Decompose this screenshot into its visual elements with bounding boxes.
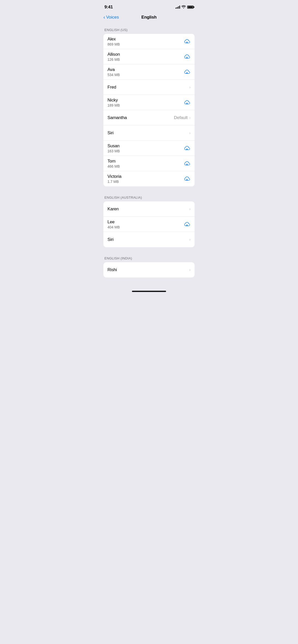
voice-name: Siri [107, 237, 114, 242]
nav-header: ‹ Voices English [99, 13, 199, 24]
back-button[interactable]: ‹ Voices [103, 14, 119, 20]
chevron-right-icon: › [189, 85, 191, 90]
voice-size: 163 MB [107, 149, 120, 153]
download-icon[interactable] [183, 221, 191, 228]
download-icon[interactable] [183, 38, 191, 45]
voice-name: Ava [107, 67, 120, 72]
content: ENGLISH (US) Alex 869 MB [99, 24, 199, 288]
voice-size: 126 MB [107, 57, 120, 62]
back-chevron-icon: ‹ [103, 14, 105, 20]
voice-info: Victoria 1.7 MB [107, 174, 121, 184]
voice-action: › [189, 131, 191, 135]
wifi-icon [182, 5, 186, 9]
download-icon[interactable] [183, 53, 191, 60]
list-item[interactable]: Tom 466 MB [103, 156, 195, 171]
chevron-right-icon: › [189, 131, 191, 135]
voice-info: Siri [107, 130, 114, 136]
voice-info: Karen [107, 207, 119, 212]
voice-action [183, 68, 191, 76]
list-item[interactable]: Nicky 189 MB [103, 95, 195, 110]
voice-size: 189 MB [107, 103, 120, 107]
battery-icon [187, 6, 194, 9]
list-item[interactable]: Siri › [103, 232, 195, 247]
list-item[interactable]: Samantha Default › [103, 110, 195, 125]
download-icon[interactable] [183, 99, 191, 106]
voice-action [183, 160, 191, 167]
list-item[interactable]: Ava 534 MB [103, 64, 195, 80]
status-time: 9:41 [104, 5, 113, 10]
download-icon[interactable] [183, 145, 191, 152]
voice-size: 534 MB [107, 73, 120, 77]
section-english-india: ENGLISH (INDIA) Rishi › [99, 252, 199, 277]
download-icon[interactable] [183, 160, 191, 167]
section-header-english-india: ENGLISH (INDIA) [99, 252, 199, 262]
chevron-right-icon: › [189, 207, 191, 211]
list-item[interactable]: Siri › [103, 125, 195, 141]
voice-name: Nicky [107, 98, 120, 103]
chevron-right-icon: › [189, 115, 191, 120]
list-item[interactable]: Karen › [103, 201, 195, 217]
voice-action: › [189, 268, 191, 272]
list-item[interactable]: Lee 404 MB [103, 217, 195, 232]
voice-name: Allison [107, 52, 120, 57]
list-item[interactable]: Victoria 1.7 MB [103, 171, 195, 186]
voice-name: Fred [107, 85, 116, 90]
voice-size: 466 MB [107, 164, 120, 168]
voice-size: 404 MB [107, 225, 120, 229]
section-english-australia: ENGLISH (AUSTRALIA) Karen › Lee 404 MB [99, 192, 199, 247]
voice-info: Rishi [107, 267, 117, 272]
voice-action: › [189, 207, 191, 211]
voice-action [183, 38, 191, 45]
voice-action: › [189, 237, 191, 242]
voice-name: Siri [107, 130, 114, 136]
chevron-right-icon: › [189, 237, 191, 242]
voice-name: Rishi [107, 267, 117, 272]
section-header-english-us: ENGLISH (US) [99, 24, 199, 34]
voice-action [183, 175, 191, 182]
list-group-english-us: Alex 869 MB Allison 126 MB [103, 34, 195, 186]
voice-action [183, 145, 191, 152]
status-icons [175, 5, 194, 9]
voice-info: Fred [107, 85, 116, 90]
voice-info: Lee 404 MB [107, 219, 120, 229]
voice-info: Nicky 189 MB [107, 98, 120, 107]
voice-info: Ava 534 MB [107, 67, 120, 77]
list-group-english-india: Rishi › [103, 262, 195, 277]
voice-info: Samantha [107, 115, 127, 120]
status-bar: 9:41 [99, 0, 199, 13]
voice-info: Susan 163 MB [107, 143, 120, 153]
list-item[interactable]: Rishi › [103, 262, 195, 277]
voice-info: Siri [107, 237, 114, 242]
download-icon[interactable] [183, 175, 191, 182]
list-item[interactable]: Alex 869 MB [103, 34, 195, 49]
voice-action [183, 99, 191, 106]
section-english-us: ENGLISH (US) Alex 869 MB [99, 24, 199, 186]
page-title: English [141, 15, 157, 20]
voice-info: Alex 869 MB [107, 37, 120, 46]
voice-name: Samantha [107, 115, 127, 120]
voice-size: 869 MB [107, 42, 120, 46]
voice-name: Alex [107, 37, 120, 42]
home-bar [132, 291, 166, 292]
voice-name: Karen [107, 207, 119, 212]
voice-name: Tom [107, 159, 120, 164]
list-item[interactable]: Susan 163 MB [103, 141, 195, 156]
voice-info: Allison 126 MB [107, 52, 120, 62]
back-label: Voices [106, 15, 119, 20]
home-indicator [99, 289, 199, 294]
voice-action: Default › [174, 115, 191, 120]
list-item[interactable]: Allison 126 MB [103, 49, 195, 64]
list-group-english-australia: Karen › Lee 404 MB [103, 201, 195, 247]
voice-size: 1.7 MB [107, 180, 121, 184]
default-badge: Default [174, 115, 188, 120]
voice-name: Victoria [107, 174, 121, 179]
voice-action [183, 221, 191, 228]
download-icon[interactable] [183, 68, 191, 76]
voice-name: Susan [107, 143, 120, 149]
voice-action [183, 53, 191, 60]
voice-name: Lee [107, 219, 120, 225]
chevron-right-icon: › [189, 268, 191, 272]
list-item[interactable]: Fred › [103, 80, 195, 95]
section-header-english-australia: ENGLISH (AUSTRALIA) [99, 192, 199, 201]
signal-icon [175, 6, 180, 9]
